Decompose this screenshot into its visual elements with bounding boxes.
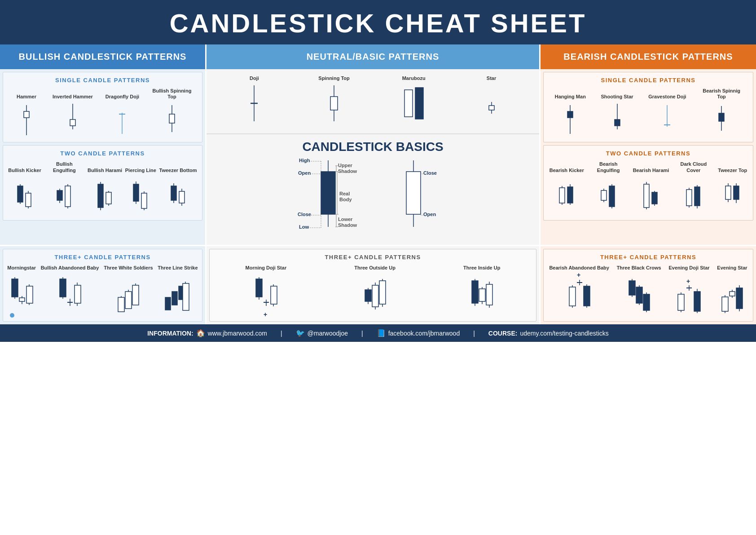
svg-rect-139 [60, 279, 66, 297]
svg-rect-165 [271, 286, 277, 304]
pattern-star-label: Star [487, 75, 496, 81]
basics-title: CANDLESTICK BASICS [211, 136, 535, 156]
pattern-three-outside-up: Three Outside Up [354, 265, 396, 318]
pattern-shooting-star-label: Shooting Star [601, 94, 633, 100]
shooting-star-candle [611, 102, 624, 137]
pattern-hammer: Hammer [13, 94, 40, 137]
neutral-three-section: THREE+ CANDLE PATTERNS Morning Doji Star [209, 249, 536, 322]
svg-text:Open: Open [423, 212, 436, 217]
pattern-bullish-abandoned-baby-label: Bullish Abandoned Baby [41, 265, 99, 271]
star-candle [485, 83, 498, 128]
col-bearish: BEARISH CANDLESTICK PATTERNS SINGLE CAND… [541, 44, 756, 245]
pattern-bearish-kicker: Bearish Kicker [549, 168, 584, 216]
svg-rect-51 [489, 106, 494, 110]
svg-rect-37 [171, 186, 176, 200]
bearish-spinning-top-candle [715, 102, 728, 137]
spinning-top-candle [326, 83, 342, 128]
svg-rect-126 [734, 186, 739, 199]
bullish-harami-candle [96, 175, 114, 216]
svg-rect-216 [722, 297, 728, 311]
footer-divider-1: | [281, 330, 282, 337]
bullish-single-section: SINGLE CANDLE PATTERNS Hammer [3, 72, 202, 142]
pattern-evening-star: Evening Star [717, 265, 747, 318]
svg-rect-19 [57, 190, 62, 200]
svg-rect-203 [643, 294, 650, 310]
pattern-piercing-line: Piercing Line [125, 168, 156, 216]
pattern-bullish-kicker-label: Bullish Kicker [8, 168, 41, 173]
bottom-section: THREE+ CANDLE PATTERNS Morningstar [0, 245, 756, 324]
evening-star-candle [720, 273, 744, 318]
pattern-morning-doji-star-label: Morning Doji Star [246, 265, 287, 271]
svg-rect-194 [584, 286, 590, 306]
gravestone-doji-candle [659, 102, 675, 137]
bearish-header: BEARISH CANDLESTICK PATTERNS [541, 44, 756, 69]
bottom-neutral: THREE+ CANDLE PATTERNS Morning Doji Star [207, 246, 541, 324]
pattern-bullish-spinning-top-label: Bullish Spinning Top [152, 88, 192, 100]
svg-rect-135 [26, 286, 33, 303]
page-wrapper: CANDLESTICK CHEAT SHEET BULLISH CANDLEST… [0, 0, 756, 342]
bearish-single-patterns: Hanging Man Shooting Star [544, 85, 753, 142]
pattern-morningstar: Morningstar [7, 265, 36, 318]
svg-rect-31 [133, 184, 139, 201]
pattern-three-white-soldiers-label: Three White Soldiers [104, 265, 153, 271]
pattern-bullish-kicker: Bullish Kicker [8, 168, 41, 216]
pattern-hammer-label: Hammer [17, 94, 36, 100]
neutral-three-patterns: Morning Doji Star [210, 262, 536, 321]
bearish-two-title: TWO CANDLE PATTERNS [544, 146, 753, 159]
svg-rect-178 [472, 281, 478, 303]
pattern-morning-doji-star: Morning Doji Star [246, 265, 287, 318]
svg-rect-219 [730, 292, 735, 296]
bullish-three-title: THREE+ CANDLE PATTERNS [3, 249, 202, 262]
bottom-bullish: THREE+ CANDLE PATTERNS Morningstar [0, 246, 207, 324]
tweezer-bottom-candle [169, 175, 187, 216]
page-title: CANDLESTICK CHEAT SHEET [9, 8, 747, 38]
neutral-header: NEUTRAL/BASIC PATTERNS [207, 44, 539, 69]
pattern-hanging-man: Hanging Man [555, 94, 586, 137]
svg-rect-148 [118, 297, 124, 312]
svg-rect-96 [719, 113, 724, 121]
svg-rect-181 [479, 289, 485, 301]
svg-text:Close: Close [423, 170, 437, 176]
three-white-soldiers-candle [116, 273, 141, 318]
svg-rect-175 [379, 281, 386, 304]
dragonfly-doji-candle [114, 102, 130, 137]
pattern-doji-label: Doji [250, 75, 259, 81]
footer-twitter-handle: @marwoodjoe [308, 330, 348, 337]
svg-rect-16 [26, 193, 31, 207]
bearish-three-title: THREE+ CANDLE PATTERNS [544, 249, 753, 262]
svg-text:Low: Low [299, 224, 309, 230]
svg-rect-152 [132, 285, 139, 305]
bottom-neutral-bearish: THREE+ CANDLE PATTERNS Morning Doji Star [207, 246, 756, 324]
svg-rect-46 [330, 97, 338, 110]
svg-text:Open: Open [298, 170, 311, 176]
svg-point-137 [10, 313, 14, 318]
bearish-single-section: SINGLE CANDLE PATTERNS Hanging Man Shoo [543, 72, 753, 142]
pattern-three-black-crows: Three Black Crows [617, 265, 661, 318]
pattern-three-inside-up: Three Inside Up [463, 265, 501, 318]
bullish-two-patterns: Bullish Kicker Bullish Engulfing [3, 159, 202, 220]
svg-rect-13 [18, 186, 23, 202]
svg-rect-132 [19, 298, 25, 301]
doji-candle [247, 83, 261, 128]
pattern-doji: Doji [241, 75, 268, 128]
pattern-evening-doji-star-label: Evening Doji Star [668, 265, 709, 271]
svg-text:Shadow: Shadow [338, 222, 357, 228]
svg-text:+: + [577, 273, 580, 279]
pattern-bearish-spinning-top-label: Bearish Spinnig Top [701, 88, 742, 100]
svg-text:Upper: Upper [338, 163, 353, 168]
bullish-two-section: TWO CANDLE PATTERNS Bullish Kicker [3, 145, 202, 220]
bullish-two-title: TWO CANDLE PATTERNS [3, 146, 202, 159]
col-bullish: BULLISH CANDLESTICK PATTERNS SINGLE CAND… [0, 44, 207, 245]
basics-diagram: High Open Close Low Upper Shadow [211, 156, 535, 241]
bearish-two-section: TWO CANDLE PATTERNS Bearish Kicker [543, 145, 753, 220]
svg-rect-200 [636, 287, 642, 303]
three-inside-up-candle [470, 273, 494, 318]
pattern-bullish-harami-label: Bullish Harami [88, 168, 122, 173]
bearish-single-title: SINGLE CANDLE PATTERNS [544, 72, 753, 85]
footer: INFORMATION: 🏠 www.jbmarwood.com | 🐦 @ma… [0, 324, 756, 342]
svg-text:Close: Close [298, 212, 311, 217]
three-outside-up-candle [363, 273, 387, 318]
pattern-morningstar-label: Morningstar [7, 265, 36, 271]
footer-facebook-page: facebook.com/jbmarwood [388, 330, 460, 337]
svg-rect-99 [559, 188, 565, 203]
